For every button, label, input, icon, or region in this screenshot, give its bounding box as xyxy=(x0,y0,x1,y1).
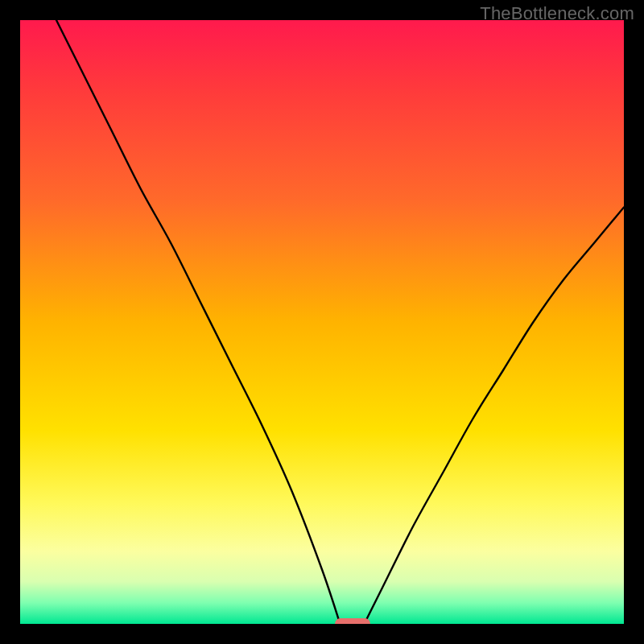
plot-area xyxy=(20,20,624,624)
chart-frame: TheBottleneck.com xyxy=(0,0,644,644)
optimal-marker xyxy=(335,618,370,624)
curve-right xyxy=(365,208,625,625)
watermark-text: TheBottleneck.com xyxy=(480,3,634,24)
plot-inner xyxy=(20,20,624,624)
curve-left xyxy=(56,20,341,624)
bottleneck-curve xyxy=(20,20,624,624)
